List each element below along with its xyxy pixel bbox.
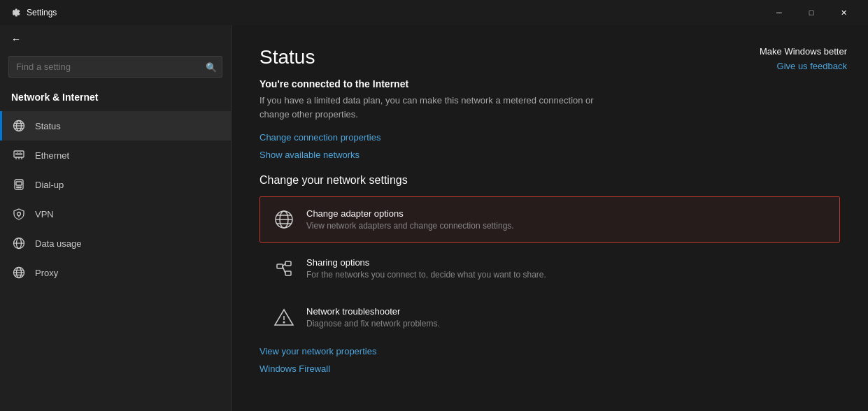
adapter-title: Change adapter options [306,208,514,219]
show-networks-link[interactable]: Show available networks [259,150,840,160]
vpn-icon [11,206,27,222]
sidebar-item-label: Proxy [35,268,58,278]
svg-point-41 [283,322,285,323]
section-title: Network & Internet [0,86,231,111]
search-icon: 🔍 [206,62,217,72]
content-area: Make Windows better Give us feedback Sta… [232,25,868,411]
troubleshooter-icon [271,305,297,330]
troubleshooter-option[interactable]: Network troubleshooter Diagnose and fix … [259,294,840,340]
maximize-button[interactable]: □ [795,0,827,25]
status-description: If you have a limited data plan, you can… [259,94,609,121]
svg-rect-15 [16,182,22,185]
sidebar-item-dialup[interactable]: Dial-up [0,170,231,199]
sidebar-item-proxy[interactable]: Proxy [0,258,231,287]
sharing-option[interactable]: Sharing options For the networks you con… [259,245,840,291]
troubleshooter-text: Network troubleshooter Diagnose and fix … [306,306,440,329]
change-connection-link[interactable]: Change connection properties [259,132,840,143]
network-settings-title: Change your network settings [259,174,840,187]
globe-icon [11,118,27,134]
sharing-text: Sharing options For the networks you con… [306,257,546,280]
svg-line-38 [283,266,285,273]
sidebar-item-status[interactable]: Status [0,111,231,140]
firewall-link[interactable]: Windows Firewall [259,363,840,374]
svg-rect-34 [277,264,283,268]
sidebar-item-label: Status [35,121,61,131]
svg-point-18 [20,187,22,188]
sidebar-item-label: Ethernet [35,150,69,161]
make-better-title: Make Windows better [760,46,847,57]
ethernet-icon [11,147,27,163]
adapter-desc: View network adapters and change connect… [306,221,514,231]
minimize-button[interactable]: ─ [763,0,795,25]
adapter-icon [271,207,297,232]
settings-icon [8,6,21,19]
svg-rect-35 [285,261,291,266]
sidebar-item-label: VPN [35,209,54,219]
page-title: Status [259,46,840,68]
svg-point-17 [18,187,20,188]
sidebar: ← 🔍 Network & Internet Status [0,25,231,411]
sidebar-item-ethernet[interactable]: Ethernet [0,140,231,170]
view-properties-link[interactable]: View your network properties [259,346,840,356]
adapter-text: Change adapter options View network adap… [306,208,514,231]
troubleshooter-desc: Diagnose and fix network problems. [306,319,440,329]
window-controls: ─ □ ✕ [763,0,860,25]
back-arrow-icon: ← [11,34,21,45]
sidebar-item-label: Data usage [35,238,82,249]
svg-rect-36 [285,271,291,275]
datausage-icon [11,236,27,251]
connected-status: You're connected to the Internet [259,78,840,89]
sidebar-item-datausage[interactable]: Data usage [0,229,231,258]
proxy-icon [11,265,27,280]
sharing-desc: For the networks you connect to, decide … [306,270,546,280]
titlebar: Settings ─ □ ✕ [0,0,868,25]
sidebar-item-vpn[interactable]: VPN [0,199,231,229]
sidebar-item-label: Dial-up [35,180,64,190]
change-adapter-option[interactable]: Change adapter options View network adap… [259,196,840,243]
search-button[interactable]: 🔍 [206,62,217,72]
back-button[interactable]: ← [0,25,231,53]
close-button[interactable]: ✕ [827,0,860,25]
svg-point-19 [17,212,21,216]
svg-point-16 [17,187,18,188]
titlebar-title: Settings [27,8,763,17]
app-body: ← 🔍 Network & Internet Status [0,25,868,411]
dialup-icon [11,177,27,192]
give-feedback-link[interactable]: Give us feedback [777,61,847,71]
search-input[interactable] [8,56,222,78]
sharing-title: Sharing options [306,257,546,268]
right-panel: Make Windows better Give us feedback [760,46,847,72]
sharing-icon [271,256,297,281]
search-box: 🔍 [8,56,222,78]
troubleshooter-title: Network troubleshooter [306,306,440,317]
